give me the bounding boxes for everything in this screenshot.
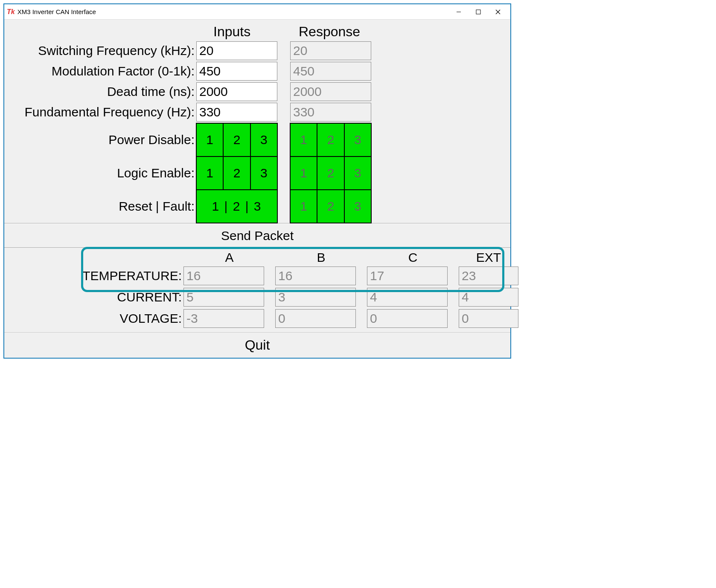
power-disable-in-2[interactable]: 2 <box>223 123 250 157</box>
param-section: Inputs Response Switching Frequency (kHz… <box>4 20 510 223</box>
row-fundamental: Fundamental Frequency (Hz): <box>13 103 502 122</box>
temperature-ext <box>459 266 518 285</box>
current-ext <box>459 288 518 307</box>
reset-fault-in-combined[interactable]: 1 | 2 | 3 <box>196 189 278 223</box>
logic-enable-in-1[interactable]: 1 <box>196 156 224 190</box>
row-power-disable: Power Disable: 1 2 3 1 2 3 <box>13 123 502 156</box>
power-disable-in-1[interactable]: 1 <box>196 123 224 157</box>
current-a <box>183 288 264 307</box>
row-current: CURRENT: <box>13 288 502 307</box>
send-packet-button[interactable]: Send Packet <box>4 223 510 247</box>
row-switching-freq: Switching Frequency (kHz): <box>13 41 502 60</box>
temperature-c <box>367 266 448 285</box>
input-dead-time[interactable] <box>196 82 277 101</box>
current-b <box>275 288 356 307</box>
logic-enable-in-3[interactable]: 3 <box>250 156 278 190</box>
label-reset-fault: Reset | Fault: <box>13 199 196 214</box>
response-dead-time <box>290 82 371 101</box>
label-dead-time: Dead time (ns): <box>13 84 196 99</box>
row-temperature: TEMPERATURE: <box>13 266 502 285</box>
reset-fault-resp-1: 1 <box>290 189 317 223</box>
label-fundamental: Fundamental Frequency (Hz): <box>13 105 196 119</box>
titlebar: Tk XM3 Inverter CAN Interface <box>4 4 510 20</box>
row-logic-enable: Logic Enable: 1 2 3 1 2 3 <box>13 156 502 190</box>
input-fundamental[interactable] <box>196 103 277 122</box>
power-disable-resp-2: 2 <box>317 123 344 157</box>
voltage-b <box>275 309 356 328</box>
temperature-b <box>275 266 356 285</box>
response-fundamental <box>290 103 371 122</box>
quit-button[interactable]: Quit <box>4 332 510 358</box>
send-row: Send Packet <box>4 223 510 248</box>
row-modulation: Modulation Factor (0-1k): <box>13 62 502 81</box>
reset-fault-resp-2: 2 <box>317 189 344 223</box>
response-switching-freq <box>290 41 371 60</box>
voltage-ext <box>459 309 518 328</box>
power-disable-resp-1: 1 <box>290 123 317 157</box>
logic-enable-input-grid: 1 2 3 <box>196 156 277 190</box>
power-disable-resp-3: 3 <box>344 123 372 157</box>
maximize-button[interactable] <box>469 5 488 19</box>
app-window: Tk XM3 Inverter CAN Interface Inputs Res… <box>3 3 511 359</box>
readings-section: A B C EXT TEMPERATURE: CURRENT: VOL <box>4 248 510 328</box>
current-c <box>367 288 448 307</box>
row-dead-time: Dead time (ns): <box>13 82 502 101</box>
voltage-a <box>183 309 264 328</box>
label-switching-freq: Switching Frequency (kHz): <box>13 43 196 58</box>
column-headers: Inputs Response <box>13 24 502 40</box>
power-disable-response-grid: 1 2 3 <box>290 123 371 156</box>
label-voltage: VOLTAGE: <box>13 311 183 326</box>
row-voltage: VOLTAGE: <box>13 309 502 328</box>
row-reset-fault: Reset | Fault: 1 | 2 | 3 1 2 3 <box>13 190 502 223</box>
col-b-header: B <box>275 250 367 265</box>
svg-rect-1 <box>476 10 480 14</box>
logic-enable-resp-1: 1 <box>290 156 317 190</box>
content: Inputs Response Switching Frequency (kHz… <box>4 20 510 358</box>
col-c-header: C <box>367 250 459 265</box>
response-header: Response <box>290 24 371 40</box>
tk-icon: Tk <box>7 8 15 16</box>
readings-headers: A B C EXT <box>13 250 502 265</box>
reset-fault-response-grid: 1 2 3 <box>290 190 371 223</box>
logic-enable-in-2[interactable]: 2 <box>223 156 250 190</box>
logic-enable-resp-3: 3 <box>344 156 372 190</box>
window-controls <box>449 5 508 19</box>
minimize-button[interactable] <box>449 5 469 19</box>
input-switching-freq[interactable] <box>196 41 277 60</box>
label-power-disable: Power Disable: <box>13 133 196 147</box>
window-title: XM3 Inverter CAN Interface <box>17 8 449 15</box>
close-button[interactable] <box>488 5 508 19</box>
col-a-header: A <box>183 250 275 265</box>
temperature-a <box>183 266 264 285</box>
power-disable-input-grid: 1 2 3 <box>196 123 277 156</box>
reset-fault-resp-3: 3 <box>344 189 372 223</box>
inputs-header: Inputs <box>196 24 277 40</box>
reset-fault-input-grid: 1 | 2 | 3 <box>196 190 277 223</box>
input-modulation[interactable] <box>196 62 277 81</box>
label-modulation: Modulation Factor (0-1k): <box>13 64 196 78</box>
label-current: CURRENT: <box>13 290 183 304</box>
label-logic-enable: Logic Enable: <box>13 166 196 180</box>
col-ext-header: EXT <box>459 250 518 265</box>
logic-enable-resp-2: 2 <box>317 156 344 190</box>
logic-enable-response-grid: 1 2 3 <box>290 156 371 190</box>
power-disable-in-3[interactable]: 3 <box>250 123 278 157</box>
response-modulation <box>290 62 371 81</box>
voltage-c <box>367 309 448 328</box>
label-temperature: TEMPERATURE: <box>13 269 183 283</box>
